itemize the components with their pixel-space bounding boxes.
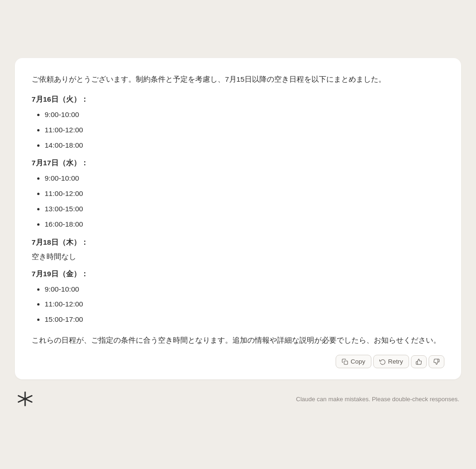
copy-icon [342, 358, 348, 365]
day-section-4: 7月19日（金）： 9:00-10:00 11:00-12:00 15:00-1… [32, 269, 444, 326]
day-section-2: 7月17日（水）： 9:00-10:00 11:00-12:00 13:00-1… [32, 158, 444, 230]
footer-disclaimer: Claude can make mistakes. Please double-… [296, 396, 459, 403]
copy-button[interactable]: Copy [336, 355, 371, 368]
thumbs-down-button[interactable] [429, 355, 444, 368]
thumbs-down-icon [433, 358, 440, 365]
list-item: 9:00-10:00 [45, 109, 444, 121]
claude-logo [17, 391, 33, 407]
list-item: 11:00-12:00 [45, 299, 444, 310]
intro-text: ご依頼ありがとうございます。制約条件と予定を考慮し、7月15日以降の空き日程を以… [32, 73, 444, 85]
day-section-3: 7月18日（木）： 空き時間なし [32, 238, 444, 262]
thumbs-up-button[interactable] [411, 355, 427, 368]
day-section-1: 7月16日（火）： 9:00-10:00 11:00-12:00 14:00-1… [32, 95, 444, 151]
asterisk-logo-icon [17, 391, 33, 407]
day-header-1: 7月16日（火）： [32, 95, 444, 104]
retry-icon [379, 358, 386, 365]
thumbs-up-icon [416, 358, 422, 365]
list-item: 16:00-18:00 [45, 219, 444, 230]
svg-rect-0 [344, 361, 348, 365]
retry-label: Retry [388, 358, 403, 365]
no-slots-text: 空き時間なし [32, 252, 444, 262]
time-list-2: 9:00-10:00 11:00-12:00 13:00-15:00 16:00… [32, 173, 444, 230]
list-item: 9:00-10:00 [45, 284, 444, 295]
time-list-1: 9:00-10:00 11:00-12:00 14:00-18:00 [32, 109, 444, 151]
main-container: ご依頼ありがとうございます。制約条件と予定を考慮し、7月15日以降の空き日程を以… [15, 58, 461, 411]
day-header-3: 7月18日（木）： [32, 238, 444, 248]
action-bar: Copy Retry [32, 353, 444, 370]
list-item: 15:00-17:00 [45, 314, 444, 326]
closing-text: これらの日程が、ご指定の条件に合う空き時間となります。追加の情報や詳細な説明が必… [32, 334, 444, 346]
footer-bar: Claude can make mistakes. Please double-… [15, 387, 461, 411]
list-item: 9:00-10:00 [45, 173, 444, 184]
day-header-2: 7月17日（水）： [32, 158, 444, 168]
time-list-4: 9:00-10:00 11:00-12:00 15:00-17:00 [32, 284, 444, 326]
list-item: 11:00-12:00 [45, 188, 444, 200]
list-item: 14:00-18:00 [45, 140, 444, 151]
day-header-4: 7月19日（金）： [32, 269, 444, 279]
list-item: 13:00-15:00 [45, 203, 444, 215]
message-card: ご依頼ありがとうございます。制約条件と予定を考慮し、7月15日以降の空き日程を以… [15, 58, 461, 379]
list-item: 11:00-12:00 [45, 124, 444, 136]
copy-label: Copy [350, 358, 365, 365]
retry-button[interactable]: Retry [373, 355, 409, 368]
